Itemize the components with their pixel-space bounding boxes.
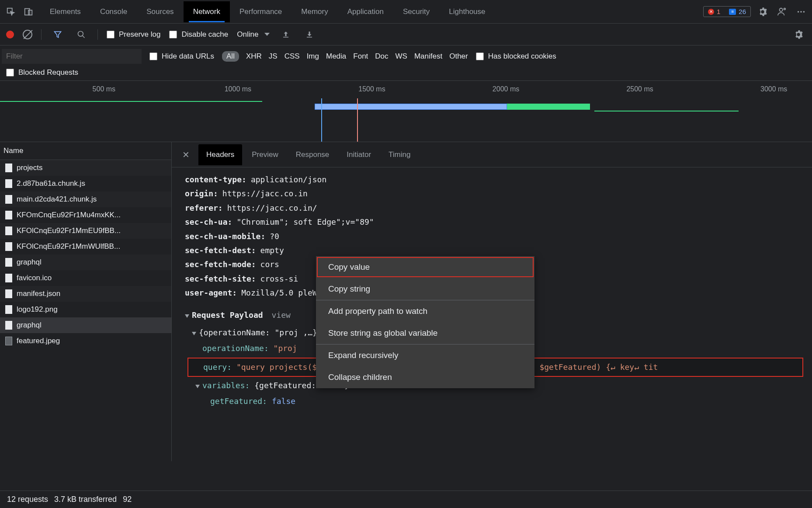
search-icon[interactable] xyxy=(74,27,89,42)
request-row[interactable]: graphql xyxy=(0,254,171,270)
file-icon xyxy=(5,289,12,298)
context-menu: Copy valueCopy stringAdd property path t… xyxy=(316,256,534,388)
tab-network[interactable]: Network xyxy=(184,1,230,22)
has-blocked-cookies-checkbox[interactable]: Has blocked cookies xyxy=(476,52,556,61)
dtab-timing[interactable]: Timing xyxy=(381,144,418,165)
context-menu-item[interactable]: Store string as global variable xyxy=(316,322,534,344)
header-row: sec-fetch-dest:empty xyxy=(185,244,799,257)
blocked-requests-checkbox[interactable]: Blocked Requests xyxy=(6,68,78,77)
context-menu-item[interactable]: Add property path to watch xyxy=(316,300,534,322)
request-name: KFOmCnqEu92Fr1Mu4mxKK... xyxy=(17,211,121,219)
context-menu-item[interactable]: Copy value xyxy=(316,256,534,278)
tab-memory[interactable]: Memory xyxy=(291,1,337,22)
request-row[interactable]: projects xyxy=(0,160,171,176)
record-button[interactable] xyxy=(6,31,14,38)
network-toolbar: Preserve log Disable cache Online xyxy=(0,24,812,45)
tab-performance[interactable]: Performance xyxy=(230,1,291,22)
type-all[interactable]: All xyxy=(222,51,239,62)
request-row[interactable]: KFOlCnqEu92Fr1MmWUlfBB... xyxy=(0,239,171,254)
request-row[interactable]: featured.jpeg xyxy=(0,333,171,349)
panel-tabs: Elements Console Sources Network Perform… xyxy=(40,1,495,22)
clear-button[interactable] xyxy=(23,30,32,39)
settings-gear-icon[interactable] xyxy=(791,27,806,42)
detail-tabs: ✕ Headers Preview Response Initiator Tim… xyxy=(172,142,812,167)
type-doc[interactable]: Doc xyxy=(375,52,388,61)
throttle-select[interactable]: Online xyxy=(237,30,270,39)
dtab-initiator[interactable]: Initiator xyxy=(339,144,379,165)
request-name: graphql xyxy=(17,321,42,330)
profile-icon[interactable] xyxy=(774,4,789,19)
dtab-preview[interactable]: Preview xyxy=(244,144,286,165)
file-icon xyxy=(5,274,12,282)
resource-type-filter: All XHR JS CSS Img Media Font Doc WS Man… xyxy=(222,51,468,62)
tab-application[interactable]: Application xyxy=(338,1,393,22)
header-row: sec-ch-ua:"Chromium"; soft Edge";v="89" xyxy=(185,215,799,229)
request-name: featured.jpeg xyxy=(17,337,60,345)
status-bar: 12 requests 3.7 kB transferred 92 xyxy=(0,491,812,508)
request-list: Name projects2.d87ba61a.chunk.jsmain.d2c… xyxy=(0,142,172,461)
device-toggle-icon[interactable] xyxy=(21,4,36,19)
tab-lighthouse[interactable]: Lighthouse xyxy=(439,1,495,22)
file-icon xyxy=(5,179,12,188)
type-css[interactable]: CSS xyxy=(285,52,300,61)
type-media[interactable]: Media xyxy=(326,52,346,61)
request-row[interactable]: KFOmCnqEu92Fr1Mu4mxKK... xyxy=(0,207,171,223)
issue-badges[interactable]: ✕1 ≡26 xyxy=(703,6,751,17)
file-icon xyxy=(5,211,12,219)
dtab-response[interactable]: Response xyxy=(288,144,337,165)
filter-input[interactable] xyxy=(2,49,142,64)
type-img[interactable]: Img xyxy=(307,52,319,61)
request-row[interactable]: KFOlCnqEu92Fr1MmEU9fBB... xyxy=(0,223,171,239)
gear-icon[interactable] xyxy=(755,4,770,19)
request-row[interactable]: manifest.json xyxy=(0,286,171,302)
file-icon xyxy=(5,242,12,251)
devtools-topbar: Elements Console Sources Network Perform… xyxy=(0,0,812,24)
request-name: KFOlCnqEu92Fr1MmEU9fBB... xyxy=(17,226,121,235)
filter-toggle-icon[interactable] xyxy=(50,27,65,42)
tab-elements[interactable]: Elements xyxy=(40,1,90,22)
request-row[interactable]: logo192.png xyxy=(0,302,171,317)
request-row[interactable]: graphql xyxy=(0,317,171,333)
header-row: referer:https://jacc.co.in/ xyxy=(185,201,799,215)
close-detail-icon[interactable]: ✕ xyxy=(175,150,197,160)
type-manifest[interactable]: Manifest xyxy=(414,52,442,61)
chevron-down-icon xyxy=(264,33,270,36)
preserve-log-checkbox[interactable]: Preserve log xyxy=(107,30,160,39)
type-other[interactable]: Other xyxy=(449,52,468,61)
file-icon xyxy=(5,321,12,330)
tab-sources[interactable]: Sources xyxy=(137,1,183,22)
disable-cache-checkbox[interactable]: Disable cache xyxy=(169,30,228,39)
type-ws[interactable]: WS xyxy=(396,52,407,61)
context-menu-item[interactable]: Copy string xyxy=(316,278,534,300)
error-count: 1 xyxy=(717,8,720,15)
request-row[interactable]: favicon.ico xyxy=(0,270,171,286)
file-icon xyxy=(5,195,12,204)
dtab-headers[interactable]: Headers xyxy=(198,144,242,165)
inspect-icon[interactable] xyxy=(3,4,18,19)
tab-console[interactable]: Console xyxy=(90,1,137,22)
type-js[interactable]: JS xyxy=(269,52,278,61)
type-font[interactable]: Font xyxy=(353,52,368,61)
request-name: KFOlCnqEu92Fr1MmWUlfBB... xyxy=(17,242,120,251)
request-name: projects xyxy=(17,164,43,172)
tab-security[interactable]: Security xyxy=(393,1,439,22)
svg-rect-2 xyxy=(28,10,32,15)
type-xhr[interactable]: XHR xyxy=(246,52,262,61)
svg-point-5 xyxy=(798,11,799,13)
request-row[interactable]: 2.d87ba61a.chunk.js xyxy=(0,176,171,191)
view-source-link[interactable]: view xyxy=(272,308,291,322)
file-icon xyxy=(5,305,12,314)
upload-icon[interactable] xyxy=(278,27,293,42)
context-menu-item[interactable]: Collapse children xyxy=(316,366,534,388)
svg-point-7 xyxy=(803,11,805,13)
timeline-overview[interactable]: 500 ms 1000 ms 1500 ms 2000 ms 2500 ms 3… xyxy=(0,81,812,142)
request-name: 2.d87ba61a.chunk.js xyxy=(17,179,85,188)
hide-data-urls-checkbox[interactable]: Hide data URLs xyxy=(149,52,214,61)
download-icon[interactable] xyxy=(302,27,317,42)
more-icon[interactable] xyxy=(794,4,809,19)
svg-rect-1 xyxy=(25,8,30,15)
request-name: main.d2cda421.chunk.js xyxy=(17,195,97,204)
name-column-header[interactable]: Name xyxy=(0,142,171,160)
request-row[interactable]: main.d2cda421.chunk.js xyxy=(0,191,171,207)
context-menu-item[interactable]: Expand recursively xyxy=(316,344,534,366)
